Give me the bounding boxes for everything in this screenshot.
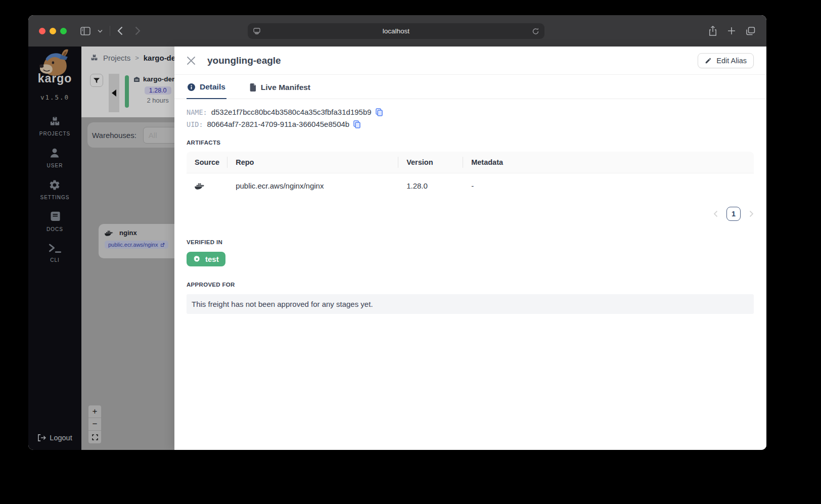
chrome-divider (110, 26, 110, 36)
share-icon[interactable] (709, 26, 717, 36)
column-repo: Repo (227, 152, 398, 173)
file-icon (250, 83, 256, 91)
approved-empty-message: This freight has not been approved for a… (187, 294, 754, 314)
edit-alias-button[interactable]: Edit Alias (698, 53, 754, 68)
sidebar-toggle-icon[interactable] (80, 27, 90, 35)
back-button[interactable] (117, 26, 123, 35)
approved-for-heading: APPROVED FOR (187, 282, 754, 288)
freight-name-value: d532e1f7bcc80bc4b3580c4a35c3fbfa31d195b9 (211, 108, 372, 116)
tab-overview-icon[interactable] (746, 27, 755, 35)
pagination: 1 (187, 207, 754, 221)
column-metadata: Metadata (463, 152, 754, 173)
freight-alias-title: youngling-eagle (207, 55, 281, 66)
new-tab-icon[interactable] (727, 27, 736, 35)
cell-version: 1.28.0 (398, 173, 463, 198)
url-text: localhost (383, 27, 409, 35)
uid-label: UID: (187, 120, 203, 128)
browser-window: localhost (28, 15, 766, 450)
address-bar[interactable]: localhost (248, 23, 544, 39)
freight-name-row: NAME: d532e1f7bcc80bc4b3580c4a35c3fbfa31… (187, 108, 754, 116)
docker-icon (195, 182, 219, 190)
zoom-window-button[interactable] (60, 28, 67, 34)
close-icon[interactable] (187, 56, 196, 65)
tab-details[interactable]: Details (187, 75, 226, 99)
minimize-window-button[interactable] (50, 28, 56, 34)
freight-details-drawer: youngling-eagle Edit Alias (174, 47, 766, 450)
website-settings-icon[interactable] (253, 28, 260, 34)
pencil-icon (705, 57, 712, 64)
info-circle-icon (188, 83, 195, 91)
traffic-lights (28, 28, 67, 34)
name-label: NAME: (187, 108, 207, 116)
verified-stage-badge[interactable]: test (187, 252, 225, 266)
prev-page-icon[interactable] (713, 210, 718, 217)
next-page-icon[interactable] (749, 210, 754, 217)
freight-uid-row: UID: 80664af7-2821-4709-911a-366045e8504… (187, 120, 754, 128)
column-version: Version (398, 152, 463, 173)
cell-repo: public.ecr.aws/nginx/nginx (227, 173, 398, 198)
reload-icon[interactable] (532, 28, 539, 35)
cell-metadata: - (463, 173, 754, 198)
browser-chrome: localhost (28, 15, 766, 47)
copy-icon[interactable] (376, 108, 383, 116)
table-row: public.ecr.aws/nginx/nginx 1.28.0 - (187, 173, 754, 198)
freight-uid-value: 80664af7-2821-4709-911a-366045e8504b (207, 120, 350, 128)
chevron-down-icon[interactable] (98, 29, 103, 33)
artifacts-heading: ARTIFACTS (187, 140, 754, 146)
tab-live-manifest[interactable]: Live Manifest (249, 75, 311, 99)
certificate-seal-icon (193, 255, 201, 263)
drawer-tabs: Details Live Manifest (174, 75, 766, 99)
close-window-button[interactable] (39, 28, 45, 34)
forward-button[interactable] (135, 26, 141, 35)
verified-in-heading: VERIFIED IN (187, 239, 754, 245)
artifacts-table: Source Repo Version Metadata (187, 152, 754, 198)
page-number-button[interactable]: 1 (726, 207, 741, 221)
copy-icon[interactable] (353, 120, 360, 128)
column-source: Source (187, 152, 227, 173)
